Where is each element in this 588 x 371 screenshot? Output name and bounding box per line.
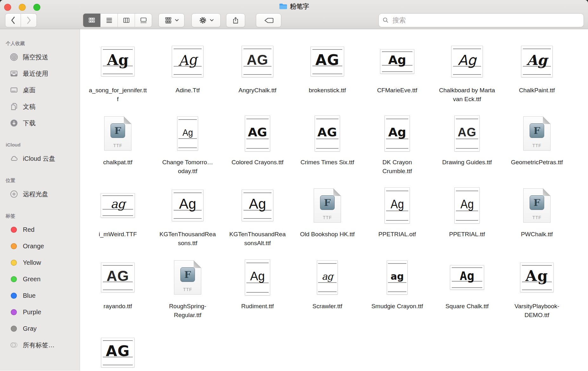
file-row: F TTF chalkpat.ttf Ag Change Tomorro…oda… xyxy=(80,113,588,176)
file-item[interactable]: F TTF Old Bookshop HK.ttf xyxy=(292,185,362,248)
file-item[interactable]: Ag PPETRIAL.ttf xyxy=(432,185,502,248)
sidebar-item[interactable]: Red xyxy=(0,221,80,238)
file-item[interactable]: Ag KGTenThousandReasonsAlt.ttf xyxy=(223,185,292,248)
file-item[interactable]: Ag Rudiment.ttf xyxy=(223,257,292,320)
search-field[interactable] xyxy=(378,13,584,27)
file-item[interactable]: Ag Chalkboard by Marta van Eck.ttf xyxy=(432,41,502,104)
sidebar-item[interactable]: 下载 xyxy=(0,115,80,131)
tag-color-dot xyxy=(10,308,18,316)
tag-button[interactable] xyxy=(256,13,281,27)
list-view-icon xyxy=(105,16,113,24)
file-item[interactable]: Ag CFMarieEve.ttf xyxy=(362,41,432,104)
file-item[interactable]: Ag KGTenThousandReasons.ttf xyxy=(153,185,223,248)
font-preview-icon: Ag xyxy=(521,46,552,77)
sidebar-item[interactable]: Orange xyxy=(0,238,80,254)
file-item[interactable]: AG rayando.ttf xyxy=(83,257,153,320)
file-item[interactable]: AG brokenstick.ttf xyxy=(292,41,362,104)
view-gallery-button[interactable] xyxy=(135,14,152,27)
columns-view-icon xyxy=(123,16,130,24)
file-item[interactable]: Ag PPETRIAL.otf xyxy=(362,185,432,248)
downloads-icon xyxy=(10,119,18,127)
sidebar-item-label: Red xyxy=(23,226,35,233)
font-letter-badge: F xyxy=(530,123,544,138)
file-item[interactable]: ag Smudgie Crayon.ttf xyxy=(362,257,432,320)
file-name: brokenstick.ttf xyxy=(309,86,346,95)
file-item[interactable]: F TTF GeometricPetras.ttf xyxy=(502,113,572,176)
airdrop-icon xyxy=(10,53,18,62)
sidebar-item[interactable]: Green xyxy=(0,271,80,287)
font-preview-icon: AG xyxy=(315,116,340,151)
preview-glyph: AG xyxy=(247,52,268,68)
file-item[interactable]: Ag Square Chalk.ttf xyxy=(432,257,502,320)
font-preview-icon: Ag xyxy=(245,260,270,295)
view-grid-button[interactable] xyxy=(83,14,100,27)
file-item[interactable]: AG Crimes Times Six.ttf xyxy=(292,113,362,176)
file-item[interactable]: AG Drawing Guides.ttf xyxy=(432,113,502,176)
font-preview-icon: ag xyxy=(101,193,135,218)
sidebar-item[interactable]: Purple xyxy=(0,304,80,320)
file-item[interactable]: ag i_mWeird.TTF xyxy=(83,185,153,248)
file-item[interactable]: AG Colored Crayons.ttf xyxy=(223,113,292,176)
file-item[interactable]: AG VTKS ANIMAL xyxy=(83,332,153,371)
sidebar-item[interactable]: 远程光盘 xyxy=(0,186,80,202)
font-letter-badge: F xyxy=(320,195,335,210)
sidebar-item[interactable]: iCloud 云盘 xyxy=(0,150,80,167)
group-button[interactable] xyxy=(158,13,184,27)
ttf-file-icon: F TTF xyxy=(174,260,201,295)
chevron-down-icon xyxy=(210,19,214,22)
sidebar-item[interactable]: 桌面 xyxy=(0,82,80,98)
file-item[interactable]: F TTF RoughSpring-Regular.ttf xyxy=(153,257,223,320)
preview-glyph: Ag xyxy=(182,127,193,138)
file-row: AG VTKS ANIMAL xyxy=(80,332,588,371)
forward-button[interactable] xyxy=(21,13,37,27)
tag-color-dot xyxy=(10,258,18,267)
sidebar: 个人收藏隔空投送最近使用桌面文稿下载iCloudiCloud 云盘位置远程光盘标… xyxy=(0,29,80,371)
file-name: Colored Crayons.ttf xyxy=(231,158,284,167)
sidebar-item[interactable]: 所有标签… xyxy=(0,337,80,353)
file-item[interactable]: Ag Adine.Ttf xyxy=(153,41,223,104)
tag-color-dot xyxy=(10,291,18,300)
file-name: Old Bookshop HK.ttf xyxy=(300,230,355,239)
preview-glyph: AG xyxy=(315,51,339,68)
back-icon xyxy=(11,16,15,24)
font-preview-icon: Ag xyxy=(451,46,483,77)
recents-icon xyxy=(10,69,18,78)
file-name: Square Chalk.ttf xyxy=(445,302,489,311)
preview-glyph: AG xyxy=(106,342,130,360)
search-input[interactable] xyxy=(392,16,580,24)
sidebar-item[interactable]: 文稿 xyxy=(0,98,80,115)
sidebar-item[interactable]: 最近使用 xyxy=(0,65,80,82)
file-item[interactable]: Ag ChalkPaint.ttf xyxy=(502,41,572,104)
file-name: PWChalk.ttf xyxy=(521,230,553,239)
file-item[interactable]: Ag Change Tomorro…oday.ttf xyxy=(153,113,223,176)
view-list-button[interactable] xyxy=(100,14,117,27)
preview-glyph: AG xyxy=(458,126,477,139)
file-name: a_song_for_jennifer.ttf xyxy=(88,86,147,104)
tag-color-dot xyxy=(10,275,18,283)
file-item[interactable]: Ag VarsityPlaybook-DEMO.ttf xyxy=(502,257,572,320)
preview-glyph: Ag xyxy=(388,53,406,67)
back-button[interactable] xyxy=(5,13,21,27)
sidebar-section-header: 标签 xyxy=(0,211,80,221)
view-columns-button[interactable] xyxy=(117,14,135,27)
file-item[interactable]: ag Scrawler.ttf xyxy=(292,257,362,320)
sidebar-item[interactable]: Blue xyxy=(0,287,80,304)
font-preview-icon: Ag xyxy=(450,265,484,290)
preview-glyph: Ag xyxy=(179,196,196,212)
sidebar-item[interactable]: 隔空投送 xyxy=(0,49,80,65)
file-item[interactable]: Ag DK Crayon Crumble.ttf xyxy=(362,113,432,176)
toolbar xyxy=(0,13,588,29)
actions-button[interactable] xyxy=(191,13,221,27)
font-preview-icon: Ag xyxy=(177,117,198,150)
file-item[interactable]: AG AngryChalk.ttf xyxy=(223,41,292,104)
file-item[interactable]: Ag a_song_for_jennifer.ttf xyxy=(83,41,153,104)
folder-icon xyxy=(279,3,287,10)
preview-glyph: Ag xyxy=(391,198,404,211)
share-button[interactable] xyxy=(226,13,245,27)
sidebar-item[interactable]: Gray xyxy=(0,320,80,337)
file-item[interactable]: F TTF PWChalk.ttf xyxy=(502,185,572,248)
file-row: AG rayando.ttf F TTF RoughSpring-Regular… xyxy=(80,257,588,320)
file-item[interactable]: F TTF chalkpat.ttf xyxy=(83,113,153,176)
search-icon xyxy=(383,17,389,23)
sidebar-item[interactable]: Yellow xyxy=(0,254,80,271)
